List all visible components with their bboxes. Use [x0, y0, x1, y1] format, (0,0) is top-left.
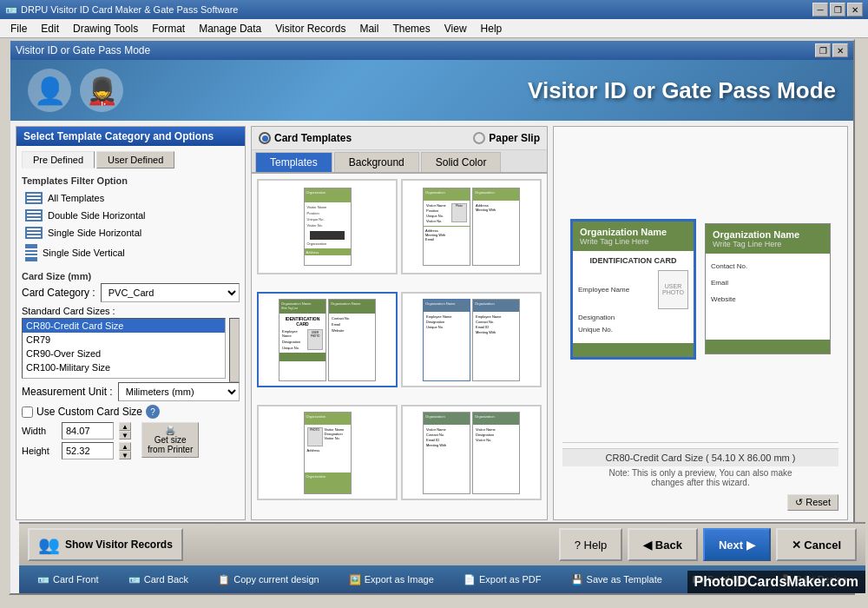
menu-mail[interactable]: Mail [352, 21, 385, 36]
status-card-back[interactable]: 🪪 Card Back [122, 572, 195, 587]
status-copy-design[interactable]: 📋 Copy current design [211, 572, 326, 587]
reset-button[interactable]: ↺ Reset [787, 494, 838, 511]
preview-card-back-body: Contact No. Email Website [706, 254, 830, 314]
height-up[interactable]: ▲ [119, 442, 131, 451]
height-spinner: ▲ ▼ [119, 442, 131, 459]
radio-card-label: Card Templates [274, 132, 352, 144]
radio-paper-slip[interactable]: Paper Slip [473, 132, 540, 144]
width-up[interactable]: ▲ [119, 422, 131, 431]
dialog-close-button[interactable]: ✕ [832, 43, 848, 57]
printer-icon: 🖨️ [165, 426, 175, 435]
measurement-dropdown[interactable]: Milimeters (mm) [118, 382, 240, 401]
card-category-dropdown[interactable]: PVC_Card [101, 283, 240, 302]
tab-solid-color[interactable]: Solid Color [421, 152, 502, 172]
main-dialog: Visitor ID or Gate Pass Mode ❐ ✕ 👤 💂 Vis… [9, 39, 855, 595]
card-size-label: Card Size (mm) [22, 271, 240, 281]
title-bar: 🪪 DRPU Visitor ID Card Maker & Gate Pass… [0, 0, 868, 19]
sizes-scrollbar[interactable] [229, 318, 240, 382]
next-button[interactable]: Next ▶ [703, 528, 771, 561]
dialog-controls: ❐ ✕ [815, 43, 848, 57]
preview-org-name-front: Organization Name [580, 227, 687, 237]
back-button[interactable]: ◀ Back [628, 528, 698, 561]
height-label: Height [22, 446, 56, 456]
photo-placeholder: USERPHOTO [662, 283, 684, 295]
status-card-front[interactable]: 🪪 Card Front [30, 572, 106, 587]
reset-label: Reset [806, 497, 831, 507]
size-cr100[interactable]: CR100-Military Size [23, 360, 225, 374]
size-info-bar: CR80-Credit Card Size ( 54.10 X 86.00 mm… [562, 448, 838, 466]
preview-org-name-back: Organization Name [713, 229, 823, 240]
template-thumb-5[interactable]: Organization PHOTO Visitor Name Designat… [257, 405, 398, 500]
filter-all[interactable]: All Templates [22, 189, 240, 207]
preview-back-contactno: Contact No. [711, 259, 825, 271]
template-thumb-3[interactable]: Organization NameWrite Tag Line IDENTIFI… [257, 292, 398, 387]
template-thumb-2[interactable]: Organization Visitor Name Position Uniqu… [401, 179, 542, 274]
preview-card-front-body: IDENTIFICATION CARD Employee Name USERPH… [573, 251, 694, 343]
single-side-v-icon [25, 244, 37, 261]
width-input[interactable] [62, 422, 114, 439]
tab-userdefined[interactable]: User Defined [96, 151, 174, 169]
menu-format[interactable]: Format [145, 21, 192, 36]
menu-help[interactable]: Help [474, 21, 510, 36]
menu-bar: File Edit Drawing Tools Format Manage Da… [0, 19, 868, 38]
maximize-button[interactable]: ❐ [830, 3, 845, 17]
preview-field-uniqueno: Unique No. [578, 326, 688, 334]
filter-single-side-h[interactable]: Single Side Horizontal [22, 224, 240, 241]
radio-card-templates[interactable]: Card Templates [259, 132, 352, 144]
show-visitor-records-label: Show Visitor Records [65, 539, 173, 551]
menu-themes[interactable]: Themes [385, 21, 437, 36]
dialog-restore-button[interactable]: ❐ [815, 43, 831, 57]
height-down[interactable]: ▼ [119, 451, 131, 459]
filter-single-side-v[interactable]: Single Side Vertical [22, 241, 240, 264]
definition-tabs: Pre Defined User Defined [22, 151, 240, 169]
size-cr79[interactable]: CR79 [23, 333, 225, 347]
menu-edit[interactable]: Edit [34, 21, 66, 36]
width-down[interactable]: ▼ [119, 431, 131, 439]
template-thumb-6[interactable]: Organization Visitor Name Contact No. Em… [401, 405, 542, 500]
guard-icon: 💂 [80, 69, 123, 112]
menu-view[interactable]: View [437, 21, 474, 36]
menu-manage-data[interactable]: Manage Data [192, 21, 268, 36]
visitor-icon: 👤 [28, 69, 71, 112]
close-button[interactable]: ✕ [847, 3, 863, 17]
right-panel: Organization Name Write Tag Line Here ID… [553, 126, 848, 520]
custom-size-checkbox[interactable] [22, 406, 33, 418]
filter-double-side-h-label: Double Side Horizontal [48, 210, 146, 221]
status-save-template[interactable]: 💾 Save as Template [564, 572, 669, 587]
status-export-pdf[interactable]: 📄 Export as PDF [457, 572, 549, 587]
save-template-label: Save as Template [587, 574, 662, 585]
tab-templates[interactable]: Templates [255, 152, 332, 172]
width-spinner: ▲ ▼ [119, 422, 131, 439]
banner: 👤 💂 Visitor ID or Gate Pass Mode [10, 60, 853, 121]
contactno-label: Contact No. [711, 262, 747, 270]
template-thumb-4[interactable]: Organization Name Employee Name Designat… [401, 292, 542, 387]
menu-visitor-records[interactable]: Visitor Records [268, 21, 352, 36]
minimize-button[interactable]: ─ [812, 3, 828, 17]
export-pdf-icon: 📄 [464, 574, 476, 585]
templates-grid: Organization Visitor Name Position Uniqu… [252, 174, 547, 519]
preview-tagline-front: Write Tag Line Here [580, 237, 687, 246]
card-category-row: Card Category : PVC_Card [22, 283, 240, 302]
status-export-image[interactable]: 🖼️ Export as Image [342, 572, 441, 587]
show-visitor-records-button[interactable]: 👥 Show Visitor Records [28, 528, 183, 561]
copy-label: Copy current design [233, 574, 319, 585]
filter-double-side-h[interactable]: Double Side Horizontal [22, 207, 240, 224]
size-cr80[interactable]: CR80-Credit Card Size [23, 319, 225, 333]
info-icon[interactable]: ? [146, 405, 160, 419]
height-row: Height ▲ ▼ [22, 442, 131, 459]
help-button[interactable]: ? Help [559, 528, 623, 561]
dialog-title: Visitor ID or Gate Pass Mode [16, 44, 150, 56]
all-templates-icon [25, 192, 43, 204]
height-input[interactable] [62, 442, 114, 459]
tab-background[interactable]: Background [334, 152, 419, 172]
size-cr50[interactable]: CR50 [23, 374, 225, 379]
menu-file[interactable]: File [3, 21, 34, 36]
tab-predefined[interactable]: Pre Defined [22, 151, 95, 169]
cancel-button[interactable]: ✕ Cancel [776, 528, 857, 561]
size-cr90[interactable]: CR90-Over Sized [23, 347, 225, 360]
help-label: ? Help [575, 539, 608, 552]
size-info-section: CR80-Credit Card Size ( 54.10 X 86.00 mm… [562, 442, 838, 511]
get-size-button[interactable]: 🖨️ Get sizefrom Printer [141, 422, 199, 458]
menu-drawing-tools[interactable]: Drawing Tools [66, 21, 145, 36]
template-thumb-1[interactable]: Organization Visitor Name Position Uniqu… [257, 179, 398, 274]
